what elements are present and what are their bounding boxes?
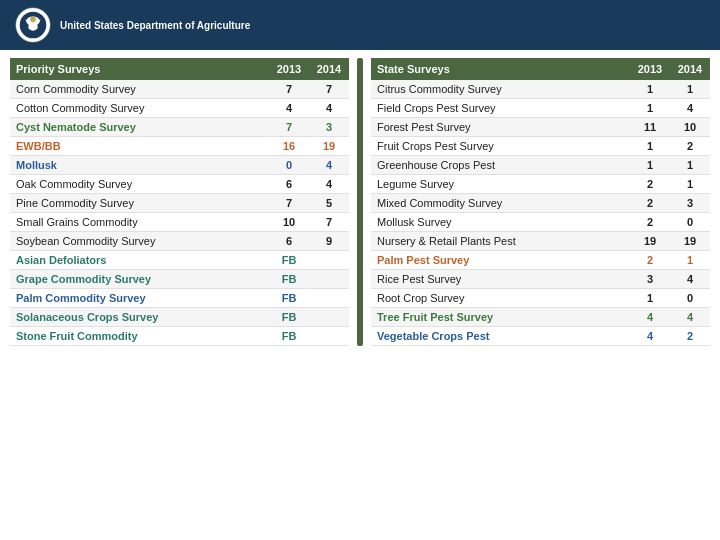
priority-row-name: Pine Commodity Survey	[10, 194, 269, 213]
table-row: Tree Fruit Pest Survey44	[371, 308, 710, 327]
usda-logo: United States Department of Agriculture	[14, 6, 250, 44]
priority-row-2013: 6	[269, 232, 309, 251]
state-row-name: Fruit Crops Pest Survey	[371, 137, 630, 156]
state-row-2014: 10	[670, 118, 710, 137]
priority-row-2014	[309, 308, 349, 327]
table-divider	[357, 58, 363, 346]
state-row-name: Field Crops Pest Survey	[371, 99, 630, 118]
table-row: Small Grains Commodity107	[10, 213, 349, 232]
table-row: Root Crop Survey10	[371, 289, 710, 308]
state-row-2013: 1	[630, 156, 670, 175]
priority-row-name: Mollusk	[10, 156, 269, 175]
state-row-2013: 1	[630, 137, 670, 156]
priority-table: Priority Surveys 2013 2014 Corn Commodit…	[10, 58, 349, 346]
priority-row-2013: FB	[269, 251, 309, 270]
priority-row-name: EWB/BB	[10, 137, 269, 156]
state-row-name: Rice Pest Survey	[371, 270, 630, 289]
table-row: EWB/BB1619	[10, 137, 349, 156]
state-row-2014: 1	[670, 156, 710, 175]
state-row-2013: 2	[630, 251, 670, 270]
priority-row-2013: FB	[269, 289, 309, 308]
table-row: Grape Commodity SurveyFB	[10, 270, 349, 289]
state-row-2014: 1	[670, 175, 710, 194]
priority-row-2014: 4	[309, 99, 349, 118]
table-row: Corn Commodity Survey77	[10, 80, 349, 99]
state-row-2013: 2	[630, 194, 670, 213]
priority-row-2014	[309, 270, 349, 289]
table-row: Soybean Commodity Survey69	[10, 232, 349, 251]
state-row-name: Greenhouse Crops Pest	[371, 156, 630, 175]
priority-row-2013: 7	[269, 194, 309, 213]
priority-row-name: Palm Commodity Survey	[10, 289, 269, 308]
state-row-2014: 4	[670, 270, 710, 289]
state-2014-header: 2014	[670, 58, 710, 80]
priority-row-2013: 10	[269, 213, 309, 232]
state-row-2013: 1	[630, 99, 670, 118]
priority-row-2014: 4	[309, 175, 349, 194]
priority-row-2013: 7	[269, 80, 309, 99]
priority-row-2014: 3	[309, 118, 349, 137]
state-row-2013: 1	[630, 289, 670, 308]
state-row-2013: 3	[630, 270, 670, 289]
state-row-2013: 2	[630, 213, 670, 232]
priority-row-2014: 7	[309, 213, 349, 232]
table-row: Pine Commodity Survey75	[10, 194, 349, 213]
table-row: Stone Fruit CommodityFB	[10, 327, 349, 346]
table-row: Oak Commodity Survey64	[10, 175, 349, 194]
priority-row-2013: 16	[269, 137, 309, 156]
state-row-2014: 0	[670, 289, 710, 308]
priority-table-section: Priority Surveys 2013 2014 Corn Commodit…	[10, 58, 349, 346]
state-row-name: Palm Pest Survey	[371, 251, 630, 270]
table-row: Fruit Crops Pest Survey12	[371, 137, 710, 156]
priority-row-name: Small Grains Commodity	[10, 213, 269, 232]
priority-row-name: Cotton Commodity Survey	[10, 99, 269, 118]
state-table: State Surveys 2013 2014 Citrus Commodity…	[371, 58, 710, 346]
state-row-2014: 4	[670, 308, 710, 327]
priority-row-name: Cyst Nematode Survey	[10, 118, 269, 137]
table-row: Cyst Nematode Survey73	[10, 118, 349, 137]
state-row-2014: 1	[670, 80, 710, 99]
state-row-name: Mollusk Survey	[371, 213, 630, 232]
table-row: Mixed Commodity Survey23	[371, 194, 710, 213]
priority-2014-header: 2014	[309, 58, 349, 80]
state-row-name: Nursery & Retail Plants Pest	[371, 232, 630, 251]
state-row-2014: 0	[670, 213, 710, 232]
state-row-2013: 2	[630, 175, 670, 194]
priority-row-2014: 7	[309, 80, 349, 99]
priority-row-name: Asian Defoliators	[10, 251, 269, 270]
state-row-2014: 2	[670, 137, 710, 156]
table-row: Legume Survey21	[371, 175, 710, 194]
state-row-2014: 3	[670, 194, 710, 213]
usda-label: United States Department of Agriculture	[60, 19, 250, 32]
state-col-header: State Surveys	[371, 58, 630, 80]
state-row-name: Vegetable Crops Pest	[371, 327, 630, 346]
table-row: Solanaceous Crops SurveyFB	[10, 308, 349, 327]
table-row: Asian DefoliatorsFB	[10, 251, 349, 270]
priority-row-2014: 4	[309, 156, 349, 175]
priority-row-2014: 19	[309, 137, 349, 156]
priority-row-name: Grape Commodity Survey	[10, 270, 269, 289]
state-row-name: Citrus Commodity Survey	[371, 80, 630, 99]
state-row-2013: 1	[630, 80, 670, 99]
priority-row-2013: 0	[269, 156, 309, 175]
state-row-2013: 19	[630, 232, 670, 251]
state-row-2014: 4	[670, 99, 710, 118]
table-row: Rice Pest Survey34	[371, 270, 710, 289]
state-row-name: Legume Survey	[371, 175, 630, 194]
priority-row-name: Stone Fruit Commodity	[10, 327, 269, 346]
priority-row-2013: FB	[269, 327, 309, 346]
priority-row-2013: 6	[269, 175, 309, 194]
priority-row-2013: 4	[269, 99, 309, 118]
svg-point-3	[28, 23, 38, 31]
state-row-2014: 1	[670, 251, 710, 270]
table-row: Vegetable Crops Pest42	[371, 327, 710, 346]
priority-col-header: Priority Surveys	[10, 58, 269, 80]
table-row: Palm Pest Survey21	[371, 251, 710, 270]
table-row: Nursery & Retail Plants Pest1919	[371, 232, 710, 251]
priority-row-2013: FB	[269, 270, 309, 289]
priority-row-2014	[309, 289, 349, 308]
priority-row-2013: 7	[269, 118, 309, 137]
state-row-2013: 4	[630, 327, 670, 346]
table-row: Greenhouse Crops Pest11	[371, 156, 710, 175]
table-row: Field Crops Pest Survey14	[371, 99, 710, 118]
